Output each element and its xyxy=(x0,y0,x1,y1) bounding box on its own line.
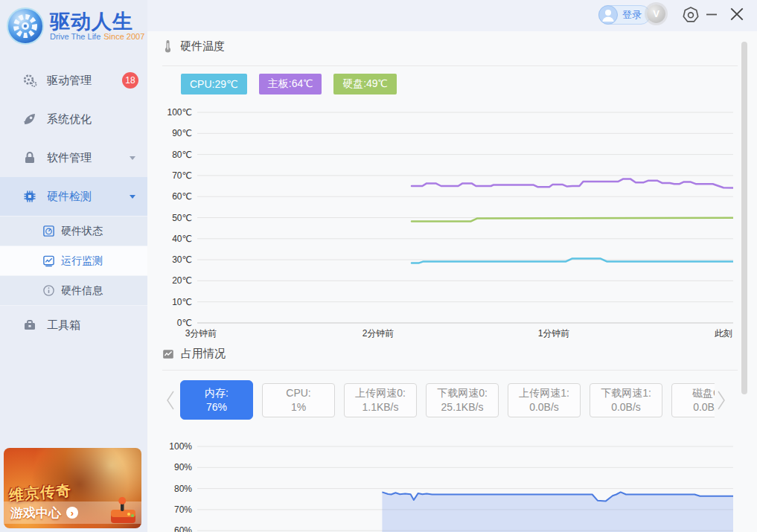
game-center-label: 游戏中心 xyxy=(10,504,61,522)
card-label: 上传网速0: xyxy=(355,386,406,400)
svg-text:100%: 100% xyxy=(169,441,192,452)
titlebar: 登录 V xyxy=(147,0,757,31)
usage-cards: 内存: 76% CPU: 1% 上传网速0: 1.1KB/s 下载网速0: 25… xyxy=(180,380,715,420)
sidebar-item-toolbox[interactable]: 工具箱 xyxy=(0,306,147,344)
sidebar-item-hardware-detection[interactable]: 硬件检测 xyxy=(0,177,147,216)
sidebar-item-system-optimize[interactable]: 系统优化 xyxy=(0,100,147,138)
sidebar-nav: 驱动管理 18 系统优化 软件管理 xyxy=(0,61,147,344)
memory-usage-chart: 100%90%80%70%60% xyxy=(162,440,733,532)
chip-icon xyxy=(22,189,37,204)
app-since: Since 2007 xyxy=(103,32,144,41)
divider xyxy=(162,65,738,66)
sidebar-subitem-label: 硬件状态 xyxy=(61,225,103,238)
hardware-detection-submenu: 硬件状态 运行监测 硬件信息 xyxy=(0,216,147,306)
card-value: 1.1KB/s xyxy=(362,400,398,414)
card-value: 0.0B/s xyxy=(529,400,559,414)
card-label: CPU: xyxy=(286,386,310,400)
close-button[interactable] xyxy=(729,6,745,25)
svg-text:70℃: 70℃ xyxy=(172,170,192,181)
scrollbar-thumb[interactable] xyxy=(741,42,747,394)
gauge-icon xyxy=(42,225,55,237)
sidebar-item-label: 软件管理 xyxy=(47,151,92,165)
card-value: 1% xyxy=(291,400,306,414)
minimize-button[interactable] xyxy=(705,7,718,23)
gears-icon xyxy=(22,73,37,88)
temp-badge[interactable]: 主板:64℃ xyxy=(259,74,322,94)
svg-text:此刻: 此刻 xyxy=(715,328,732,339)
joystick-icon xyxy=(107,496,138,526)
card-label: 磁盘C: xyxy=(692,386,715,400)
temperature-section-title: 硬件温度 xyxy=(180,39,225,54)
gear-icon xyxy=(683,7,699,23)
card-label: 下载网速1: xyxy=(601,386,651,400)
svg-text:3分钟前: 3分钟前 xyxy=(185,328,217,339)
temperature-badges: CPU:29℃ 主板:64℃ 硬盘:49℃ xyxy=(181,74,397,94)
scroll-left-button[interactable] xyxy=(165,388,176,412)
driver-update-count-badge: 18 xyxy=(122,72,138,89)
card-label: 下载网速0: xyxy=(437,386,488,400)
main-content: 登录 V xyxy=(147,0,757,532)
sidebar-item-software-management[interactable]: 软件管理 xyxy=(0,138,147,177)
temp-badge[interactable]: CPU:29℃ xyxy=(181,74,247,94)
card-label: 上传网速1: xyxy=(519,386,569,400)
card-value: 25.1KB/s xyxy=(441,400,484,414)
scroll-right-button[interactable] xyxy=(716,388,726,412)
usage-card-disk-c[interactable]: 磁盘C: 0.0B/s xyxy=(671,383,715,417)
sidebar-item-label: 驱动管理 xyxy=(47,74,92,88)
sidebar-item-label: 系统优化 xyxy=(47,112,92,126)
temperature-section-header: 硬件温度 xyxy=(162,39,225,54)
usage-card-upload0[interactable]: 上传网速0: 1.1KB/s xyxy=(344,383,417,417)
app-logo: 驱动人生 Drive The LifeSince 2007 xyxy=(0,0,147,50)
divider xyxy=(162,370,738,371)
usage-section-title: 占用情况 xyxy=(181,347,226,361)
svg-text:10℃: 10℃ xyxy=(172,297,192,307)
app-window: 驱动人生 Drive The LifeSince 2007 驱动管理 18 xyxy=(0,0,757,532)
svg-text:1分钟前: 1分钟前 xyxy=(538,328,570,339)
temp-badge[interactable]: 硬盘:49℃ xyxy=(333,74,396,94)
sidebar-subitem-label: 硬件信息 xyxy=(61,284,103,298)
svg-text:70%: 70% xyxy=(174,504,192,515)
usage-card-download0[interactable]: 下载网速0: 25.1KB/s xyxy=(426,383,499,417)
card-label: 内存: xyxy=(205,386,229,400)
svg-text:50℃: 50℃ xyxy=(172,213,192,223)
login-label: 登录 xyxy=(622,8,642,22)
usage-card-upload1[interactable]: 上传网速1: 0.0B/s xyxy=(508,383,581,417)
svg-text:100℃: 100℃ xyxy=(167,107,193,118)
svg-text:0℃: 0℃ xyxy=(177,318,192,328)
usage-card-memory[interactable]: 内存: 76% xyxy=(180,380,253,420)
rocket-icon xyxy=(22,112,37,126)
svg-text:60%: 60% xyxy=(174,525,192,532)
logo-gear-icon xyxy=(6,7,45,45)
svg-text:90℃: 90℃ xyxy=(172,128,192,138)
sidebar-subitem-running-monitor[interactable]: 运行监测 xyxy=(0,246,147,276)
game-center-ad[interactable]: 维京传奇 游戏中心 › xyxy=(4,448,141,528)
vip-badge[interactable]: V xyxy=(647,4,665,23)
arrow-right-icon: › xyxy=(66,507,78,519)
sidebar-item-label: 工具箱 xyxy=(47,318,80,333)
usage-card-download1[interactable]: 下载网速1: 0.0B/s xyxy=(590,383,662,417)
sidebar-item-label: 硬件检测 xyxy=(47,190,92,204)
minimize-icon xyxy=(705,7,718,21)
svg-text:80℃: 80℃ xyxy=(172,150,192,160)
usage-card-cpu[interactable]: CPU: 1% xyxy=(262,383,335,417)
sidebar-subitem-label: 运行监测 xyxy=(61,254,103,268)
svg-text:30℃: 30℃ xyxy=(172,254,192,265)
svg-text:80%: 80% xyxy=(174,484,192,494)
thermometer-icon xyxy=(162,40,173,54)
svg-text:40℃: 40℃ xyxy=(172,234,192,244)
sidebar-subitem-hardware-info[interactable]: 硬件信息 xyxy=(0,276,147,306)
sidebar: 驱动人生 Drive The LifeSince 2007 驱动管理 18 xyxy=(0,0,147,532)
card-value: 76% xyxy=(206,400,227,414)
avatar xyxy=(598,5,618,25)
svg-text:90%: 90% xyxy=(174,462,192,472)
app-title: 驱动人生 xyxy=(50,11,144,32)
chevron-down-icon xyxy=(130,156,135,160)
card-value: 0.0B/s xyxy=(693,400,715,414)
usage-cards-scroller: 内存: 76% CPU: 1% 上传网速0: 1.1KB/s 下载网速0: 25… xyxy=(180,380,715,420)
sidebar-item-driver-management[interactable]: 驱动管理 18 xyxy=(0,61,147,100)
toolbox-icon xyxy=(22,318,37,333)
sidebar-subitem-hardware-status[interactable]: 硬件状态 xyxy=(0,217,147,246)
chevron-down-icon xyxy=(130,195,135,199)
login-button[interactable]: 登录 xyxy=(598,5,651,25)
settings-button[interactable] xyxy=(683,7,699,25)
